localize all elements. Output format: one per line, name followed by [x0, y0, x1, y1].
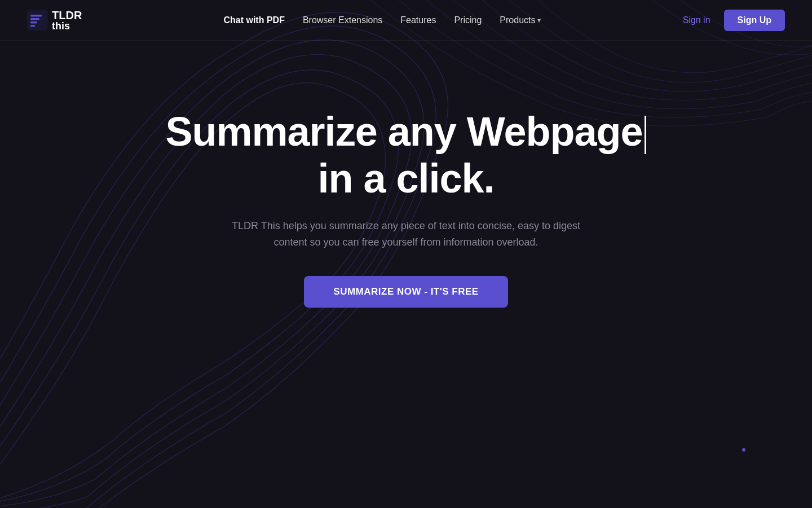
chevron-down-icon: ▾	[537, 16, 541, 24]
nav-center: Chat with PDF Browser Extensions Feature…	[223, 15, 541, 25]
nav-products[interactable]: Products ▾	[500, 15, 541, 25]
svg-rect-4	[30, 25, 35, 27]
nav-left: TLDR this	[27, 10, 82, 31]
hero-subtitle: TLDR This helps you summarize any piece …	[226, 218, 586, 251]
nav-right: Sign in Sign Up	[683, 10, 785, 31]
svg-rect-1	[30, 15, 42, 17]
svg-rect-2	[30, 18, 39, 20]
hero-title: Summarize any Webpage in a click.	[166, 108, 647, 202]
nav-features[interactable]: Features	[400, 15, 436, 25]
cursor-blink	[645, 116, 646, 154]
svg-rect-3	[30, 21, 37, 24]
nav-chat-with-pdf[interactable]: Chat with PDF	[223, 15, 284, 25]
hero-section: Summarize any Webpage in a click. TLDR T…	[0, 41, 812, 341]
sign-in-link[interactable]: Sign in	[683, 15, 710, 25]
logo[interactable]: TLDR this	[27, 10, 82, 31]
summarize-cta-button[interactable]: SUMMARIZE NOW - IT'S FREE	[304, 276, 508, 308]
navbar: TLDR this Chat with PDF Browser Extensio…	[0, 0, 812, 41]
logo-text: TLDR this	[52, 10, 82, 31]
sign-up-button[interactable]: Sign Up	[724, 10, 785, 31]
decorative-dot	[742, 448, 745, 452]
nav-pricing[interactable]: Pricing	[454, 15, 482, 25]
nav-browser-extensions[interactable]: Browser Extensions	[303, 15, 382, 25]
svg-rect-0	[27, 10, 47, 30]
logo-icon	[27, 10, 47, 30]
